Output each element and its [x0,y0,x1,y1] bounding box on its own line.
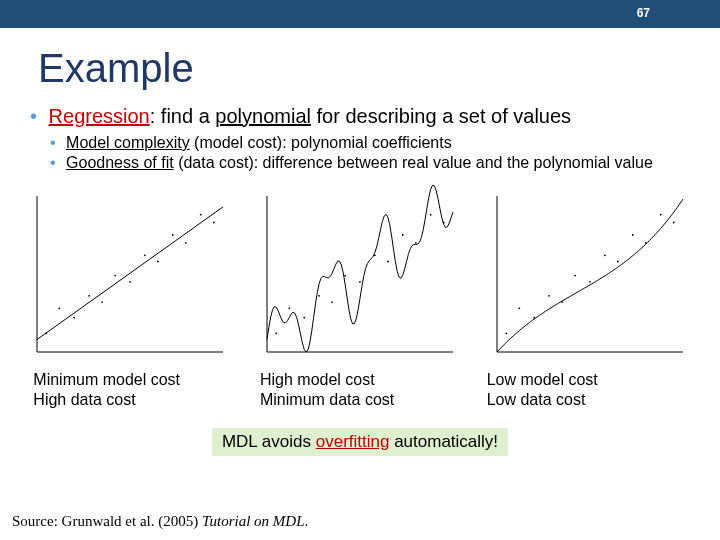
bullet-dot-icon: • [50,134,56,151]
svg-point-33 [518,307,520,309]
svg-point-21 [331,301,333,303]
svg-point-32 [505,332,507,334]
sub-bullet-2-text: (data cost): difference between real val… [174,154,653,171]
bullet-dot-icon: • [30,105,37,127]
svg-point-6 [101,301,103,303]
bullet-dot-icon: • [50,154,56,171]
source-italic: Tutorial on MDL [202,513,305,529]
slide-title: Example [38,46,720,91]
source-post: . [304,513,308,529]
chart-overfit [255,184,465,364]
highlight-wrap: MDL avoids overfitting automatically! [0,418,720,456]
chart-underfit [25,184,235,364]
svg-point-7 [114,275,116,277]
svg-point-38 [589,281,591,283]
highlight-box: MDL avoids overfitting automatically! [212,428,508,456]
svg-point-4 [73,317,75,319]
sub-bullet-1-text: (model cost): polynomial coefficients [190,134,452,151]
caption-2-line1: High model cost [260,370,470,390]
main-bullet-text-a: : find a [150,105,216,127]
svg-point-28 [430,214,432,216]
caption-3-line1: Low model cost [487,370,697,390]
regression-label: Regression [49,105,150,127]
svg-point-9 [144,254,146,256]
svg-point-43 [660,214,662,216]
svg-point-12 [185,242,187,244]
svg-point-17 [275,332,277,334]
sub-bullet-1-label: Model complexity [66,134,190,151]
svg-point-41 [632,234,634,236]
caption-1-line1: Minimum model cost [33,370,243,390]
chart-goodfit [485,184,695,364]
main-bullet: • Regression: find a polynomial for desc… [30,105,720,128]
caption-3: Low model cost Low data cost [477,370,697,410]
svg-point-25 [387,261,389,263]
svg-point-14 [213,222,215,224]
caption-2: High model cost Minimum data cost [250,370,470,410]
source-citation: Source: Grunwald et al. (2005) Tutorial … [12,513,308,530]
source-pre: Source: Grunwald et al. (2005) [12,513,202,529]
caption-1: Minimum model cost High data cost [23,370,243,410]
svg-point-44 [673,222,675,224]
svg-point-10 [157,261,159,263]
svg-point-37 [574,275,576,277]
svg-point-3 [58,307,60,309]
sub-bullet-2-label: Goodness of fit [66,154,174,171]
header-bar: 67 [0,0,720,28]
overfitting-label: overfitting [316,432,390,451]
svg-point-40 [617,261,619,263]
caption-1-line2: High data cost [33,390,243,410]
svg-point-23 [359,281,361,283]
svg-point-35 [548,295,550,297]
svg-point-13 [200,214,202,216]
main-bullet-text-b: for describing a set of values [311,105,571,127]
svg-point-20 [318,295,320,297]
svg-point-19 [303,317,305,319]
svg-point-22 [344,275,346,277]
highlight-post: automatically! [389,432,498,451]
page-number: 67 [637,6,650,20]
svg-point-11 [172,234,174,236]
sub-bullet-1: • Model complexity (model cost): polynom… [50,134,720,152]
svg-point-5 [88,295,90,297]
svg-point-8 [129,281,131,283]
svg-point-26 [402,234,404,236]
highlight-pre: MDL avoids [222,432,316,451]
sub-bullet-2: • Goodness of fit (data cost): differenc… [50,154,720,172]
polynomial-label: polynomial [215,105,311,127]
captions-row: Minimum model cost High data cost High m… [20,370,700,410]
svg-point-39 [604,254,606,256]
svg-point-18 [288,307,290,309]
caption-3-line2: Low data cost [487,390,697,410]
caption-2-line2: Minimum data cost [260,390,470,410]
svg-point-27 [415,242,417,244]
charts-row [20,184,700,364]
